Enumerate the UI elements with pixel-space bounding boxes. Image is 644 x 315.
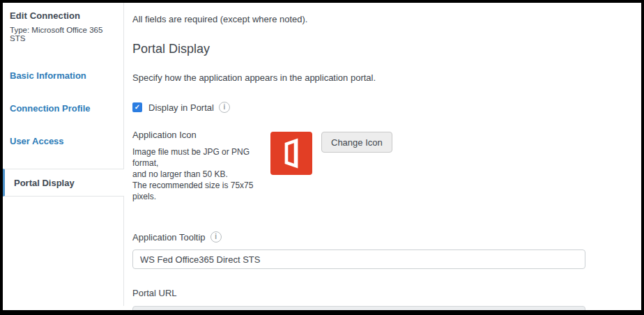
office-365-logo-icon [270,132,312,175]
display-in-portal-label: Display in Portal [148,102,214,113]
sidebar-item-portal-display[interactable]: Portal Display [3,169,124,197]
sidebar: Edit Connection Type: Microsoft Office 3… [3,3,124,310]
display-in-portal-row: ✓ Display in Portal i [132,102,641,113]
application-tooltip-label: Application Tooltip [132,232,206,243]
required-fields-note: All fields are required (except where no… [132,14,641,24]
portal-url-label: Portal URL [132,288,641,298]
info-icon[interactable]: i [219,102,230,113]
portal-url-prefix: https:// [140,311,167,315]
application-icon-info: Application Icon Image file must be JPG … [132,130,270,202]
portal-url-field: https:// /federation?wa=wsignin1.0&wtrea… [132,306,585,315]
application-tooltip-label-row: Application Tooltip i [132,231,641,243]
sidebar-item-connection-profile[interactable]: Connection Profile [3,103,124,114]
main-content: All fields are required (except where no… [124,3,641,310]
application-icon-label: Application Icon [132,130,270,140]
change-icon-button[interactable]: Change Icon [321,132,392,153]
help-line: The recommended size is 75x75 pixels. [132,180,270,202]
connection-type-label: Type: Microsoft Office 365 STS [10,26,118,43]
section-title: Portal Display [132,42,641,56]
sidebar-item-basic-information[interactable]: Basic Information [3,70,124,81]
display-in-portal-checkbox[interactable]: ✓ [132,102,142,112]
redacted-host-block [168,311,246,315]
sidebar-nav: Basic Information Connection Profile Use… [3,70,124,197]
application-tooltip-input[interactable] [132,249,585,269]
page-title: Edit Connection [10,10,118,21]
application-icon-help: Image file must be JPG or PNG format, an… [132,146,270,202]
info-icon[interactable]: i [210,231,222,243]
portal-url-suffix: /federation?wa=wsignin1.0&wtrealm=urn:fe… [247,311,519,315]
help-line: and no larger than 50 KB. [132,169,270,180]
help-line: Image file must be JPG or PNG format, [132,146,270,169]
sidebar-header: Edit Connection Type: Microsoft Office 3… [3,3,124,43]
edit-connection-window: Edit Connection Type: Microsoft Office 3… [0,0,644,315]
application-icon-section: Application Icon Image file must be JPG … [132,130,641,202]
sidebar-item-user-access[interactable]: User Access [3,136,124,146]
section-description: Specify how the application appears in t… [132,72,641,83]
